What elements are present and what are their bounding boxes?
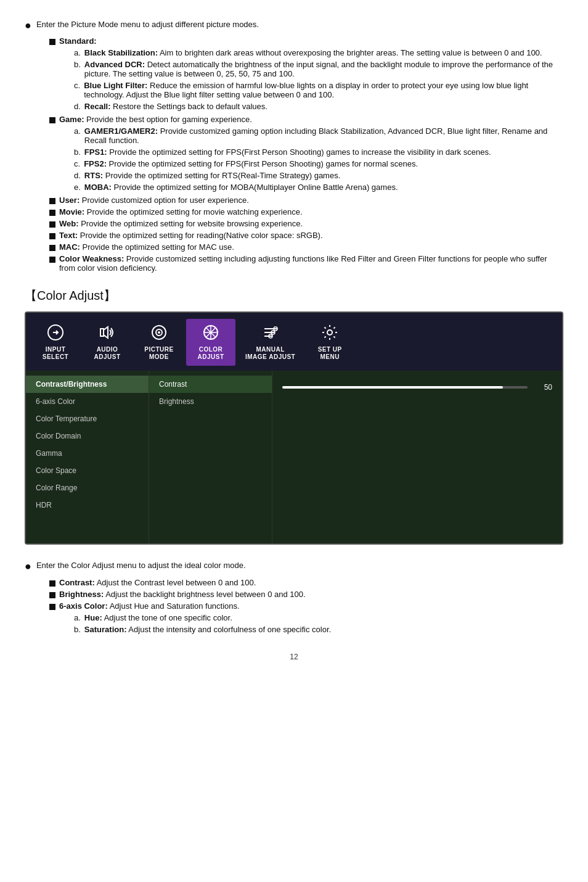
bottom-bullet-dot: ● xyxy=(25,559,31,574)
nav-bar: INPUTSELECT AUDIOADJUST xyxy=(26,313,562,371)
color-adjust-icon xyxy=(202,324,219,344)
slider-value: 50 xyxy=(534,383,552,392)
bottom-brightness: Brightness: Adjust the backlight brightn… xyxy=(43,590,563,599)
input-select-icon xyxy=(47,324,64,344)
nav-input-select-label: INPUTSELECT xyxy=(43,346,68,361)
standard-label: Standard: xyxy=(59,36,97,46)
nav-audio-adjust[interactable]: AUDIOADJUST xyxy=(83,319,132,366)
menu-6axis-color[interactable]: 6-axis Color xyxy=(26,393,149,410)
middle-panel: Contrast Brightness xyxy=(149,371,272,543)
standard-item-a: a. Black Stabilization: Aim to brighten … xyxy=(55,48,563,57)
square-bullet-6axis xyxy=(49,604,55,610)
square-bullet-game xyxy=(49,117,55,123)
nav-manual-image-adjust[interactable]: MANUALIMAGE ADJUST xyxy=(238,319,303,366)
square-bullet-color-weakness xyxy=(49,257,55,263)
content-area: Contrast/Brightness 6-axis Color Color T… xyxy=(26,371,562,543)
standard-block: Standard: a. Black Stabilization: Aim to… xyxy=(25,36,563,111)
bottom-6axis: 6-axis Color: Adjust Hue and Saturation … xyxy=(43,601,563,611)
nav-set-up-menu-label: SET UPMENU xyxy=(318,346,342,361)
menu-gamma[interactable]: Gamma xyxy=(26,445,149,462)
square-bullet-mac xyxy=(49,245,55,251)
user-mode: User: Provide customized option for user… xyxy=(43,196,563,205)
text-mode: Text: Provide the optimized setting for … xyxy=(43,231,563,240)
middle-contrast[interactable]: Contrast xyxy=(149,376,272,393)
game-item-b: b. FPS1: Provide the optimized setting f… xyxy=(55,147,563,157)
svg-point-4 xyxy=(158,331,160,334)
bottom-intro-text: Enter the Color Adjust menu to adjust th… xyxy=(36,559,246,572)
square-bullet-standard xyxy=(49,39,55,45)
manual-image-adjust-icon xyxy=(262,324,279,344)
color-adjust-section: 【Color Adjust】 INPUTSELECT xyxy=(25,287,563,545)
square-bullet-text xyxy=(49,233,55,239)
bullet-dot: ● xyxy=(25,19,31,33)
menu-contrast-brightness[interactable]: Contrast/Brightness xyxy=(26,376,149,393)
other-modes: User: Provide customized option for user… xyxy=(25,196,563,273)
nav-audio-adjust-label: AUDIOADJUST xyxy=(94,346,120,361)
game-item-e: e. MOBA: Provide the optimized setting f… xyxy=(55,183,563,192)
bottom-saturation: b. Saturation: Adjust the intensity and … xyxy=(55,625,563,634)
menu-color-space[interactable]: Color Space xyxy=(26,462,149,479)
game-block: Game: Provide the best option for gaming… xyxy=(25,115,563,192)
picture-mode-icon xyxy=(150,324,168,344)
set-up-menu-icon xyxy=(321,324,338,344)
standard-item-d: d. Recall: Restore the Settings back to … xyxy=(55,102,563,111)
middle-brightness[interactable]: Brightness xyxy=(149,393,272,410)
menu-color-temperature[interactable]: Color Temperature xyxy=(26,410,149,427)
standard-label-row: Standard: xyxy=(43,36,563,46)
game-label-row: Game: Provide the best option for gaming… xyxy=(43,115,563,124)
nav-manual-image-adjust-label: MANUALIMAGE ADJUST xyxy=(245,346,295,361)
color-weakness-mode: Color Weakness: Provide customized setti… xyxy=(43,254,563,273)
color-adjust-heading: 【Color Adjust】 xyxy=(25,287,563,304)
nav-set-up-menu[interactable]: SET UPMENU xyxy=(305,319,354,366)
standard-item-c: c. Blue Light Filter: Reduce the emissio… xyxy=(55,81,563,99)
standard-item-b: b. Advanced DCR: Detect automatically th… xyxy=(55,60,563,78)
intro-text: Enter the Picture Mode menu to adjust di… xyxy=(36,19,259,31)
monitor-ui: INPUTSELECT AUDIOADJUST xyxy=(25,311,563,545)
square-bullet-brightness xyxy=(49,592,55,598)
mac-mode: MAC: Provide the optimized setting for M… xyxy=(43,242,563,252)
svg-point-9 xyxy=(327,330,332,335)
bottom-hue: a. Hue: Adjust the tone of one specific … xyxy=(55,613,563,622)
page-number: 12 xyxy=(25,653,563,661)
top-section: ● Enter the Picture Mode menu to adjust … xyxy=(25,19,563,273)
nav-color-adjust[interactable]: COLORADJUST xyxy=(186,319,235,366)
intro-line: ● Enter the Picture Mode menu to adjust … xyxy=(25,19,563,33)
bottom-items: Contrast: Adjust the Contrast level betw… xyxy=(25,578,563,634)
game-label-text: Game: Provide the best option for gaming… xyxy=(59,115,252,124)
movie-mode: Movie: Provide the optimized setting for… xyxy=(43,207,563,216)
bottom-sub-items: a. Hue: Adjust the tone of one specific … xyxy=(43,613,563,634)
standard-items: a. Black Stabilization: Aim to brighten … xyxy=(43,48,563,111)
left-menu: Contrast/Brightness 6-axis Color Color T… xyxy=(26,371,149,543)
nav-input-select[interactable]: INPUTSELECT xyxy=(31,319,80,366)
audio-adjust-icon xyxy=(99,324,116,344)
nav-picture-mode[interactable]: PICTUREMODE xyxy=(134,319,184,366)
nav-color-adjust-label: COLORADJUST xyxy=(197,346,224,361)
slider-track[interactable] xyxy=(282,386,528,389)
slider-row: 50 xyxy=(282,383,552,392)
menu-color-domain[interactable]: Color Domain xyxy=(26,427,149,445)
menu-color-range[interactable]: Color Range xyxy=(26,479,149,497)
nav-picture-mode-label: PICTUREMODE xyxy=(144,346,173,361)
menu-hdr[interactable]: HDR xyxy=(26,497,149,514)
square-bullet-movie xyxy=(49,210,55,216)
right-panel: 50 xyxy=(272,371,562,543)
game-item-c: c. FPS2: Provide the optimized setting f… xyxy=(55,159,563,168)
square-bullet-user xyxy=(49,198,55,204)
bottom-contrast: Contrast: Adjust the Contrast level betw… xyxy=(43,578,563,587)
game-items: a. GAMER1/GAMER2: Provide customized gam… xyxy=(43,126,563,192)
bottom-section: ● Enter the Color Adjust menu to adjust … xyxy=(25,559,563,633)
slider-fill xyxy=(282,386,503,389)
square-bullet-web xyxy=(49,221,55,228)
square-bullet-contrast xyxy=(49,580,55,587)
game-item-d: d. RTS: Provide the optimized setting fo… xyxy=(55,171,563,180)
bottom-intro-line: ● Enter the Color Adjust menu to adjust … xyxy=(25,559,563,574)
svg-rect-1 xyxy=(100,329,104,336)
web-mode: Web: Provide the optimized setting for w… xyxy=(43,219,563,228)
game-item-a: a. GAMER1/GAMER2: Provide customized gam… xyxy=(55,126,563,145)
